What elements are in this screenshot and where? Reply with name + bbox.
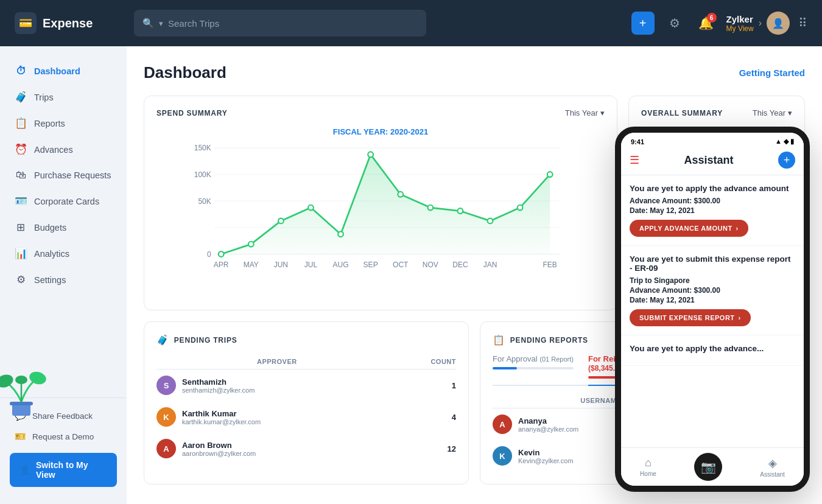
top-nav: 💳 Expense 🔍 ▾ + ⚙ 🔔 6 Zylker My View › 👤… [0, 0, 822, 46]
sidebar-item-budgets[interactable]: ⊞ Budgets [0, 214, 127, 240]
mobile-nav-assistant[interactable]: ◈ Assistant [760, 457, 785, 478]
logo-area: 💳 Expense [15, 12, 124, 34]
svg-text:NOV: NOV [423, 261, 438, 269]
settings-icon: ⚙ [15, 273, 27, 286]
share-feedback-icon: 💬 [15, 410, 26, 421]
sidebar-item-settings[interactable]: ⚙ Settings [0, 267, 127, 293]
mobile-advance-amount-row: Advance Amount: $300.00 [630, 197, 795, 205]
overall-summary-header: OVERALL SUMMARY This Year ▾ [641, 108, 792, 117]
mobile-card-2-title: You are yet to submit this expense repor… [630, 254, 795, 273]
grid-icon[interactable]: ⠿ [798, 16, 807, 30]
app-name: Expense [43, 16, 93, 30]
user-avatar: 👤 [767, 12, 790, 35]
mobile-date-row2: Date: May 12, 2021 [630, 296, 795, 304]
trips-icon: 🧳 [15, 91, 27, 103]
search-bar[interactable]: 🔍 ▾ [134, 10, 426, 37]
svg-text:100K: 100K [194, 170, 211, 179]
svg-text:SEP: SEP [364, 261, 378, 269]
spend-summary-period[interactable]: This Year ▾ [565, 108, 605, 117]
svg-point-21 [427, 205, 433, 211]
pending-trips-card: 🧳 PENDING TRIPS APPROVER COUNT [144, 321, 469, 485]
svg-point-19 [368, 152, 373, 157]
svg-text:JUN: JUN [274, 261, 288, 269]
mobile-card-1-title: You are yet to apply the advance amount [630, 184, 795, 193]
sidebar-label-analytics: Analytics [34, 249, 69, 259]
page-header: Dashboard Getting Started [144, 63, 805, 82]
svg-text:APR: APR [214, 261, 229, 269]
share-feedback-label: Share Feedback [32, 411, 93, 421]
avatar: A [493, 415, 512, 434]
assistant-icon: ◈ [768, 457, 777, 470]
sidebar-label-settings: Settings [34, 275, 66, 285]
sidebar-label-purchase: Purchase Requests [34, 170, 111, 180]
nav-right: + ⚙ 🔔 6 Zylker My View › 👤 ⠿ [631, 12, 807, 35]
purchase-icon: 🛍 [15, 169, 27, 181]
sidebar-item-trips[interactable]: 🧳 Trips [0, 84, 127, 110]
search-input[interactable] [168, 18, 418, 29]
svg-text:0: 0 [207, 250, 211, 259]
mobile-advance-amount-row2: Advance Amount: $300.00 [630, 286, 795, 295]
analytics-icon: 📊 [15, 247, 27, 260]
sidebar-label-dashboard: Dashboard [34, 66, 80, 76]
svg-point-18 [338, 231, 343, 237]
svg-point-24 [518, 205, 523, 211]
overall-summary-period[interactable]: This Year ▾ [753, 108, 792, 117]
sidebar-item-corporate-cards[interactable]: 🪪 Corporate Cards [0, 188, 127, 214]
sidebar-nav: ⏱ Dashboard 🧳 Trips 📋 Reports ⏰ Advances… [0, 58, 127, 393]
cards-icon: 🪪 [15, 195, 27, 208]
sidebar-item-dashboard[interactable]: ⏱ Dashboard [0, 58, 127, 84]
svg-point-15 [248, 242, 254, 247]
apply-advance-button[interactable]: APPLY ADVANCE AMOUNT › [630, 220, 748, 237]
fiscal-label: FISCAL YEAR: 2020-2021 [156, 127, 605, 136]
reports-icon: 📋 [15, 117, 27, 130]
mobile-add-button[interactable]: + [778, 152, 795, 169]
sidebar-item-advances[interactable]: ⏰ Advances [0, 136, 127, 163]
svg-text:50K: 50K [198, 197, 211, 206]
avatar: A [156, 439, 176, 458]
svg-point-25 [547, 172, 553, 177]
mobile-camera-button[interactable]: 📷 [694, 453, 722, 481]
avatar: S [156, 376, 176, 395]
user-view: My View [726, 24, 754, 33]
svg-point-22 [458, 208, 463, 214]
mobile-bottom-nav: ⌂ Home 📷 ◈ Assistant [621, 447, 804, 486]
pending-trips-table: APPROVER COUNT S Senthamizh s [156, 354, 456, 464]
mobile-trip-name: Trip to Singapore [630, 276, 795, 285]
notifications-button[interactable]: 🔔 6 [695, 12, 718, 35]
reports-card-icon: 📋 [493, 334, 505, 346]
svg-text:150K: 150K [194, 144, 211, 152]
avatar: K [156, 407, 176, 427]
tab-for-approval[interactable]: For Approval (01 Report) [493, 354, 574, 385]
share-feedback-link[interactable]: 💬 Share Feedback [10, 405, 117, 426]
settings-button[interactable]: ⚙ [663, 12, 686, 35]
add-button[interactable]: + [631, 12, 655, 35]
mobile-content: You are yet to apply the advance amount … [621, 175, 804, 447]
mobile-nav-home[interactable]: ⌂ Home [640, 457, 656, 477]
svg-text:OCT: OCT [393, 261, 409, 269]
col-count: COUNT [398, 354, 456, 369]
svg-text:JUL: JUL [304, 261, 318, 269]
sidebar-item-analytics[interactable]: 📊 Analytics [0, 240, 127, 267]
overall-summary-title: OVERALL SUMMARY [641, 109, 723, 117]
mobile-card-3-title: You are yet to apply the advance... [630, 344, 795, 353]
search-icon: 🔍 [142, 18, 154, 29]
pending-trips-title: 🧳 PENDING TRIPS [156, 334, 456, 346]
sidebar: ⏱ Dashboard 🧳 Trips 📋 Reports ⏰ Advances… [0, 46, 127, 504]
sidebar-label-advances: Advances [34, 145, 73, 155]
sidebar-label-cards: Corporate Cards [34, 197, 99, 206]
user-area[interactable]: Zylker My View › 👤 [726, 12, 790, 35]
home-icon: ⌂ [645, 457, 652, 469]
user-name: Zylker [726, 14, 754, 24]
sidebar-item-purchase-requests[interactable]: 🛍 Purchase Requests [0, 163, 127, 188]
mobile-card-1: You are yet to apply the advance amount … [621, 175, 804, 246]
mobile-menu-icon[interactable]: ☰ [630, 153, 639, 167]
spend-chart: 150K 100K 50K 0 [156, 141, 605, 287]
submit-expense-button[interactable]: SUBMIT EXPENSE REPORT › [630, 309, 751, 326]
switch-view-button[interactable]: 👤 Switch to My View [10, 453, 117, 487]
request-demo-label: Request a Demo [32, 432, 94, 441]
sidebar-item-reports[interactable]: 📋 Reports [0, 110, 127, 136]
getting-started-link[interactable]: Getting Started [739, 68, 805, 78]
mobile-title: Assistant [684, 154, 733, 167]
mobile-card-3: You are yet to apply the advance... [621, 335, 804, 366]
request-demo-link[interactable]: 🎫 Request a Demo [10, 426, 117, 447]
